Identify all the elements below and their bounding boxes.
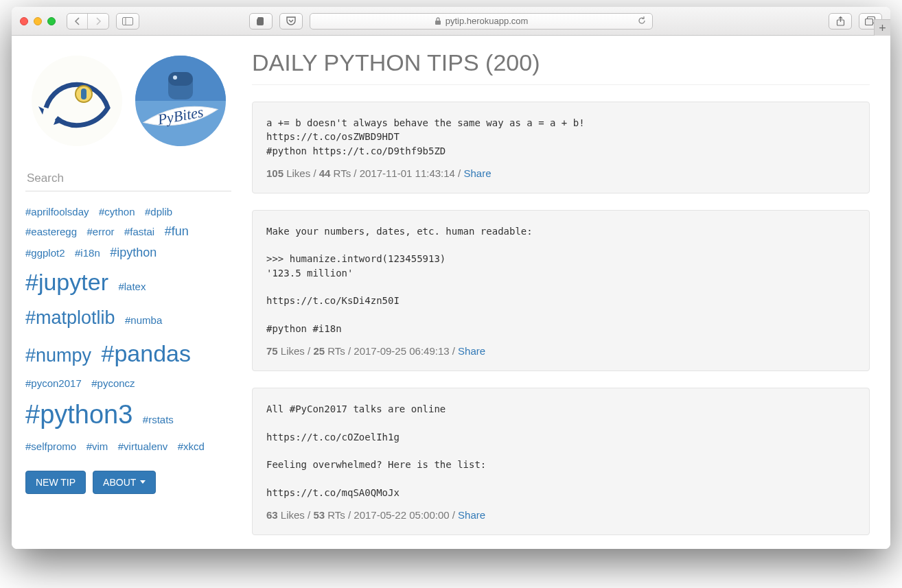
close-window-button[interactable] (20, 17, 28, 25)
tag-link[interactable]: #aprilfoolsday (25, 203, 89, 221)
tag-link[interactable]: #python3 (25, 392, 132, 437)
timestamp: 2017-05-22 05:00:00 (354, 509, 449, 521)
search-input[interactable] (25, 166, 231, 191)
rts-label: RTs / (325, 509, 354, 521)
lock-icon (435, 17, 441, 25)
timestamp: 2017-09-25 06:49:13 (354, 345, 449, 357)
browser-toolbar: pytip.herokuapp.com + (12, 7, 890, 36)
tag-link[interactable]: #dplib (145, 203, 172, 221)
rts-label: RTs / (330, 167, 359, 179)
action-buttons: NEW TIP ABOUT (25, 471, 231, 494)
tag-link[interactable]: #ggplot2 (25, 244, 65, 262)
python-tips-logo[interactable] (28, 49, 125, 152)
separator: / (450, 345, 459, 357)
tag-link[interactable]: #numpy (25, 340, 91, 372)
tag-link[interactable]: #virtualenv (118, 438, 168, 456)
likes-label: Likes / (278, 509, 314, 521)
svg-rect-0 (123, 17, 133, 25)
window-controls (20, 17, 56, 25)
share-link[interactable]: Share (458, 345, 485, 357)
share-link[interactable]: Share (458, 509, 485, 521)
tip-list: a += b doesn't always behave the same wa… (252, 102, 870, 535)
url-text: pytip.herokuapp.com (446, 16, 529, 26)
tag-link[interactable]: #numba (125, 311, 162, 329)
tag-link[interactable]: #rstats (143, 411, 174, 429)
minimize-window-button[interactable] (34, 17, 42, 25)
tip-card: a += b doesn't always behave the same wa… (252, 102, 870, 193)
sidebar-toggle-button[interactable] (116, 13, 139, 30)
tag-link[interactable]: #error (87, 223, 115, 241)
new-tip-label: NEW TIP (36, 477, 76, 488)
tag-link[interactable]: #fun (165, 221, 189, 242)
likes-label: Likes / (278, 345, 314, 357)
sidebar: PyBites #aprilfoolsday #cython #dplib #e… (12, 36, 245, 549)
tip-meta: 105 Likes / 44 RTs / 2017-11-01 11:43:14… (266, 167, 855, 179)
tag-cloud: #aprilfoolsday #cython #dplib #easteregg… (25, 202, 231, 456)
tag-link[interactable]: #i18n (75, 244, 100, 262)
likes-label: Likes / (284, 167, 319, 179)
tip-card: Make your numbers, dates, etc. human rea… (252, 210, 870, 371)
about-dropdown[interactable]: ABOUT (93, 471, 156, 494)
new-tip-button[interactable]: NEW TIP (25, 471, 86, 494)
separator: / (455, 167, 464, 179)
tag-link[interactable]: #latex (118, 278, 146, 296)
tip-meta: 75 Likes / 25 RTs / 2017-09-25 06:49:13 … (266, 345, 855, 357)
tag-link[interactable]: #selfpromo (25, 438, 76, 456)
svg-rect-2 (435, 21, 441, 25)
tag-link[interactable]: #fastai (124, 223, 154, 241)
rts-label: RTs / (325, 345, 354, 357)
share-button[interactable] (829, 13, 852, 30)
page-title: DAILY PYTHON TIPS (200) (252, 49, 870, 85)
likes-count: 75 (266, 345, 278, 357)
address-bar[interactable]: pytip.herokuapp.com (310, 13, 653, 30)
rts-count: 25 (313, 345, 325, 357)
tag-link[interactable]: #matplotlib (25, 303, 115, 334)
tag-link[interactable]: #pandas (102, 334, 191, 374)
browser-window: pytip.herokuapp.com + (12, 7, 890, 549)
tag-link[interactable]: #pyconcz (91, 375, 135, 392)
likes-count: 105 (266, 167, 284, 179)
reload-icon[interactable] (637, 16, 647, 25)
tag-link[interactable]: #pycon2017 (25, 375, 82, 392)
forward-button[interactable] (88, 14, 108, 29)
about-label: ABOUT (103, 477, 136, 488)
tip-body: Make your numbers, dates, etc. human rea… (266, 224, 855, 336)
separator: / (450, 509, 459, 521)
main-column: DAILY PYTHON TIPS (200) a += b doesn't a… (245, 36, 890, 549)
tip-card: All #PyCon2017 talks are online https://… (252, 388, 870, 535)
svg-rect-5 (866, 19, 873, 25)
extension-pocket-icon[interactable] (279, 13, 303, 30)
svg-point-6 (32, 56, 122, 146)
likes-count: 63 (266, 509, 278, 521)
tag-link[interactable]: #vim (86, 438, 108, 456)
svg-rect-10 (168, 72, 193, 86)
tip-body: a += b doesn't always behave the same wa… (266, 116, 855, 158)
tip-body: All #PyCon2017 talks are online https://… (266, 402, 855, 499)
extension-evernote-icon[interactable] (249, 13, 273, 30)
rts-count: 44 (319, 167, 331, 179)
caret-down-icon (140, 480, 146, 484)
page-content: PyBites #aprilfoolsday #cython #dplib #e… (12, 36, 890, 549)
tag-link[interactable]: #ipython (110, 242, 157, 263)
tip-meta: 63 Likes / 53 RTs / 2017-05-22 05:00:00 … (266, 509, 855, 521)
maximize-window-button[interactable] (47, 17, 56, 25)
tag-link[interactable]: #jupyter (25, 263, 108, 303)
rts-count: 53 (313, 509, 325, 521)
nav-back-forward (67, 13, 109, 30)
back-button[interactable] (67, 14, 88, 29)
svg-point-11 (173, 75, 177, 80)
pybites-logo[interactable]: PyBites (132, 49, 229, 152)
tag-link[interactable]: #cython (99, 203, 135, 221)
logo-row: PyBites (25, 49, 231, 152)
new-tab-button[interactable]: + (874, 19, 890, 36)
tag-link[interactable]: #easteregg (25, 223, 77, 241)
tag-link[interactable]: #xkcd (178, 438, 205, 456)
timestamp: 2017-11-01 11:43:14 (360, 167, 455, 179)
share-link[interactable]: Share (463, 167, 491, 179)
